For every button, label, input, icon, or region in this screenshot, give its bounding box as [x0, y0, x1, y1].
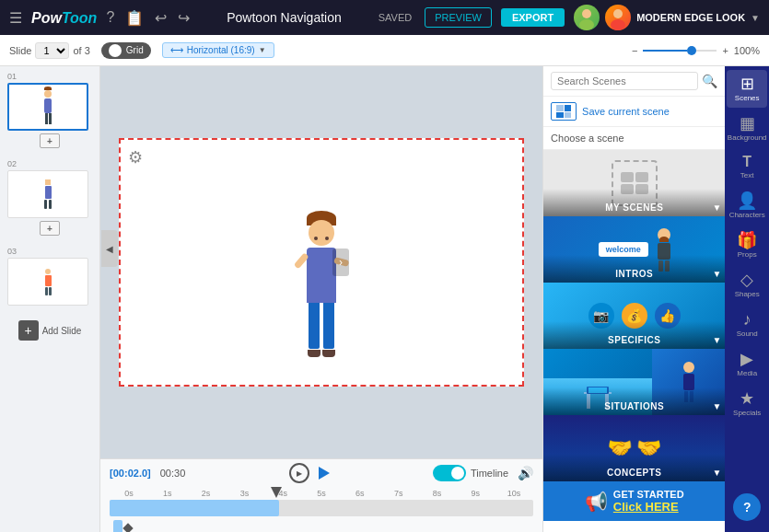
sidebar-item-shapes[interactable]: ◇ Shapes	[727, 266, 767, 304]
canvas-frame[interactable]: ⚙	[119, 138, 524, 387]
sidebar-item-media[interactable]: ▶ Media	[727, 345, 767, 383]
shapes-icon-label: Shapes	[735, 290, 760, 298]
nav-title: Powtoon Navigation	[199, 10, 368, 25]
export-button[interactable]: EXPORT	[501, 8, 565, 27]
timeline-playback: ▶	[289, 463, 330, 483]
preview-button[interactable]: PREVIEW	[425, 7, 492, 28]
char-feet	[308, 350, 335, 357]
scene-thumb-concepts[interactable]: 🤝 🤝 CONCEPTS ▼	[543, 415, 725, 481]
timeline-toggle-switch[interactable]	[433, 465, 466, 481]
ratio-arrow-icon: ▼	[259, 46, 266, 54]
slide-preview-3	[7, 258, 88, 306]
help-fab-button[interactable]: ?	[733, 493, 761, 521]
sidebar-item-text[interactable]: T Text	[727, 149, 767, 185]
slide-preview-2	[7, 170, 88, 218]
situations-expand-icon[interactable]: ▼	[713, 401, 722, 411]
ruler-8: 8s	[418, 489, 457, 498]
ratio-label: Horizontal (16:9)	[187, 45, 255, 55]
ratio-button[interactable]: ⟷ Horizontal (16:9) ▼	[162, 42, 274, 58]
char-head-area	[309, 220, 334, 246]
scene-thumb-my-scenes[interactable]: MY SCENES ▼	[543, 150, 725, 216]
zoom-plus[interactable]: +	[722, 45, 728, 56]
thumb-hair	[44, 87, 52, 90]
save-grid-icon	[556, 105, 571, 118]
slide-select[interactable]: 123	[35, 42, 69, 59]
scene-thumb-intros[interactable]: welcome INTROS ▼	[543, 216, 725, 283]
sidebar-item-scenes[interactable]: ⊞ Scenes	[727, 70, 767, 108]
hamburger-icon[interactable]: ☰	[9, 9, 22, 27]
slide-thumb-1[interactable]: 01 +	[0, 66, 99, 154]
toggle-circle	[451, 467, 464, 480]
timeline-area: [00:02.0] 00:30 ▶ Timeline 🔊 0s	[100, 458, 542, 532]
canvas-right-arrow[interactable]: ›	[332, 249, 349, 276]
add-slide-icon: +	[18, 320, 39, 341]
canvas-wrapper: ⚙	[100, 66, 542, 458]
t3-figure	[45, 269, 52, 295]
scenes-search-input[interactable]	[551, 72, 698, 90]
intros-expand-icon[interactable]: ▼	[713, 269, 722, 279]
ratio-icon: ⟷	[170, 45, 183, 55]
add-slide-button[interactable]: + Add Slide	[0, 315, 99, 346]
get-started-banner[interactable]: 📢 GET STARTED Click HERE	[543, 481, 725, 521]
collapse-panel-button[interactable]: ◀	[101, 230, 118, 267]
canvas-settings-icon[interactable]: ⚙	[128, 147, 143, 168]
zoom-minus[interactable]: −	[632, 45, 637, 56]
track-marker-container	[271, 487, 282, 498]
slide-num-1: 01	[7, 72, 92, 81]
timeline-sound-icon[interactable]: 🔊	[518, 466, 533, 480]
char-eye-r	[325, 237, 329, 240]
timeline-toggle: Timeline	[433, 465, 508, 481]
play-outline-button[interactable]: ▶	[289, 463, 309, 483]
nav-icons: ? 📋 ↩ ↪	[106, 9, 190, 27]
sidebar-item-sound[interactable]: ♪ Sound	[727, 306, 767, 343]
help-icon[interactable]: ?	[106, 9, 114, 27]
ruler-9: 9s	[456, 489, 495, 498]
svg-point-0	[582, 9, 591, 18]
specials-icon-label: Specials	[733, 409, 761, 417]
sidebar-item-props[interactable]: 🎁 Props	[727, 226, 767, 264]
notes-icon[interactable]: 📋	[125, 9, 144, 27]
grid-toggle[interactable]: Grid	[101, 42, 151, 59]
concepts-expand-icon[interactable]: ▼	[713, 468, 722, 478]
slide-thumb-2[interactable]: 02 +	[0, 154, 99, 241]
my-scenes-expand-icon[interactable]: ▼	[713, 202, 722, 213]
theme-dropdown-icon[interactable]: ▼	[751, 13, 760, 23]
slide-preview-1	[7, 83, 88, 131]
play-solid-button[interactable]	[319, 467, 330, 480]
grid-cell-3	[556, 112, 564, 119]
add-slide-label: Add Slide	[42, 326, 82, 336]
scene-section-my-scenes: MY SCENES ▼	[543, 150, 725, 216]
help-fab-icon: ?	[743, 500, 752, 515]
scenes-search-icon[interactable]: 🔍	[702, 74, 717, 88]
timeline-item[interactable]	[113, 520, 122, 532]
scene-thumb-specifics[interactable]: 📷 💰 👍 SPECIFICS ▼	[543, 283, 725, 349]
save-scene-button[interactable]: Save current scene	[543, 97, 725, 127]
redo-icon[interactable]: ↪	[178, 9, 190, 27]
slide-thumb-3[interactable]: 03	[0, 241, 99, 311]
zoom-slider[interactable]	[643, 50, 717, 52]
sidebar-item-specials[interactable]: ★ Specials	[727, 385, 767, 422]
save-icon-box	[551, 102, 577, 121]
sidebar-item-background[interactable]: ▦ Background	[727, 110, 767, 147]
ruler-2: 2s	[187, 489, 226, 498]
grid-cell-4	[565, 112, 572, 119]
specifics-expand-icon[interactable]: ▼	[713, 335, 722, 345]
scene-thumb-situations[interactable]: SITUATIONS ▼	[543, 349, 725, 415]
props-icon-label: Props	[738, 250, 757, 259]
grid-toggle-circle	[109, 44, 122, 57]
slide-add-btn-2[interactable]: +	[40, 221, 60, 236]
get-started-content: 📢 GET STARTED Click HERE	[585, 489, 684, 514]
background-icon-label: Background	[728, 133, 767, 142]
slide-add-btn-1[interactable]: +	[40, 133, 60, 148]
get-started-line2[interactable]: Click HERE	[613, 500, 684, 514]
playhead-diamond	[122, 523, 133, 532]
get-started-line1: GET STARTED	[613, 489, 684, 500]
thumb-leg-l	[45, 113, 48, 124]
char-head	[309, 220, 334, 246]
choose-scene-label: Choose a scene	[543, 127, 725, 150]
undo-icon[interactable]: ↩	[155, 9, 167, 27]
playhead-diamond-wrapper	[124, 520, 132, 532]
right-icon-bar: ⊞ Scenes ▦ Background T Text 👤 Character…	[725, 66, 769, 532]
timeline-track[interactable]	[110, 500, 533, 516]
sidebar-item-characters[interactable]: 👤 Characters	[727, 187, 767, 225]
